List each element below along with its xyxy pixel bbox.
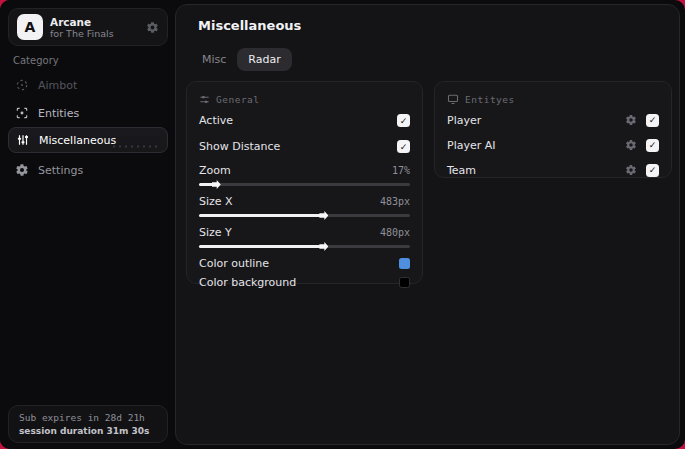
general-panel-header: General bbox=[199, 92, 410, 106]
brand-card[interactable]: A Arcane for The Finals bbox=[8, 8, 168, 46]
gear-icon bbox=[14, 163, 29, 178]
monitor-icon bbox=[447, 93, 459, 105]
gear-icon[interactable] bbox=[625, 164, 637, 176]
slider-fill bbox=[199, 214, 321, 217]
general-panel: General Active Show Distance Zoom 17% Si… bbox=[186, 81, 423, 284]
size-x-slider[interactable] bbox=[199, 211, 410, 220]
size-x-value: 483px bbox=[380, 196, 410, 207]
entity-row-player-ai: Player AI bbox=[447, 134, 659, 156]
crosshair-icon bbox=[14, 78, 29, 93]
entity-row-team: Team bbox=[447, 159, 659, 181]
selected-item-dots-decoration bbox=[111, 144, 157, 149]
setting-label: Color background bbox=[199, 276, 296, 289]
setting-row-color-outline: Color outline bbox=[199, 254, 410, 273]
setting-row-size-x: Size X 483px bbox=[199, 193, 410, 209]
sidebar-item-label: Miscellaneous bbox=[39, 134, 116, 147]
sidebar-item-label: Settings bbox=[38, 164, 83, 177]
slider-thumb[interactable] bbox=[212, 180, 221, 189]
setting-label: Show Distance bbox=[199, 140, 280, 153]
active-checkbox[interactable] bbox=[397, 114, 410, 127]
show-distance-checkbox[interactable] bbox=[397, 140, 410, 153]
app-window: A Arcane for The Finals Category Aimbot … bbox=[0, 0, 685, 449]
slider-track bbox=[199, 183, 410, 186]
gear-icon[interactable] bbox=[146, 21, 159, 34]
entities-panel-header: Entityes bbox=[447, 92, 659, 106]
setting-label: Active bbox=[199, 114, 233, 127]
sidebar: A Arcane for The Finals Category Aimbot … bbox=[0, 0, 175, 449]
setting-label: Size Y bbox=[199, 226, 232, 239]
setting-label: Color outline bbox=[199, 257, 269, 270]
setting-row-active: Active bbox=[199, 109, 410, 132]
session-duration-text: session duration 31m 30s bbox=[19, 425, 157, 438]
entities-panel: Entityes Player Player AI bbox=[434, 81, 672, 178]
slider-fill bbox=[199, 183, 214, 186]
page-title: Miscellaneous bbox=[198, 18, 301, 33]
sliders-icon bbox=[15, 133, 30, 148]
slider-thumb[interactable] bbox=[319, 242, 328, 251]
entity-label: Player bbox=[447, 114, 481, 127]
size-y-slider[interactable] bbox=[199, 242, 410, 251]
category-label: Category bbox=[13, 55, 59, 66]
slider-fill bbox=[199, 245, 321, 248]
tab-bar: Misc Radar bbox=[191, 48, 292, 71]
scan-icon bbox=[14, 106, 29, 121]
setting-row-show-distance: Show Distance bbox=[199, 135, 410, 158]
player-ai-checkbox[interactable] bbox=[646, 139, 659, 152]
setting-label: Zoom bbox=[199, 164, 231, 177]
entity-label: Team bbox=[447, 164, 476, 177]
brand-logo: A bbox=[17, 14, 43, 40]
setting-row-color-background: Color background bbox=[199, 273, 410, 292]
player-checkbox[interactable] bbox=[646, 114, 659, 127]
entities-panel-title: Entityes bbox=[465, 94, 515, 105]
setting-row-zoom: Zoom 17% bbox=[199, 162, 410, 178]
brand-name: Arcane bbox=[50, 16, 146, 28]
gear-icon[interactable] bbox=[625, 114, 637, 126]
sliders-icon bbox=[199, 94, 210, 105]
tab-radar[interactable]: Radar bbox=[237, 48, 291, 71]
color-outline-swatch[interactable] bbox=[399, 258, 410, 269]
gear-icon[interactable] bbox=[625, 139, 637, 151]
sidebar-item-label: Aimbot bbox=[38, 79, 77, 92]
entity-label: Player AI bbox=[447, 139, 496, 152]
sidebar-item-entities[interactable]: Entities bbox=[8, 101, 168, 125]
setting-row-size-y: Size Y 480px bbox=[199, 224, 410, 240]
main-panel: Miscellaneous Misc Radar General Active … bbox=[175, 4, 680, 445]
entity-row-player: Player bbox=[447, 109, 659, 131]
zoom-slider[interactable] bbox=[199, 180, 410, 189]
sidebar-item-aimbot[interactable]: Aimbot bbox=[8, 73, 168, 97]
sidebar-item-miscellaneous[interactable]: Miscellaneous bbox=[8, 127, 168, 153]
team-checkbox[interactable] bbox=[646, 164, 659, 177]
sidebar-item-label: Entities bbox=[38, 107, 79, 120]
setting-label: Size X bbox=[199, 195, 233, 208]
size-y-value: 480px bbox=[380, 227, 410, 238]
brand-subtitle: for The Finals bbox=[50, 28, 146, 39]
color-background-swatch[interactable] bbox=[399, 277, 410, 288]
brand-text: Arcane for The Finals bbox=[50, 16, 146, 39]
subscription-card: Sub expires in 28d 21h session duration … bbox=[8, 405, 168, 443]
sub-expiry-text: Sub expires in 28d 21h bbox=[19, 411, 157, 425]
general-panel-title: General bbox=[216, 94, 260, 105]
slider-thumb[interactable] bbox=[319, 211, 328, 220]
zoom-value: 17% bbox=[392, 165, 410, 176]
sidebar-item-settings[interactable]: Settings bbox=[8, 158, 168, 182]
tab-misc[interactable]: Misc bbox=[191, 48, 237, 71]
